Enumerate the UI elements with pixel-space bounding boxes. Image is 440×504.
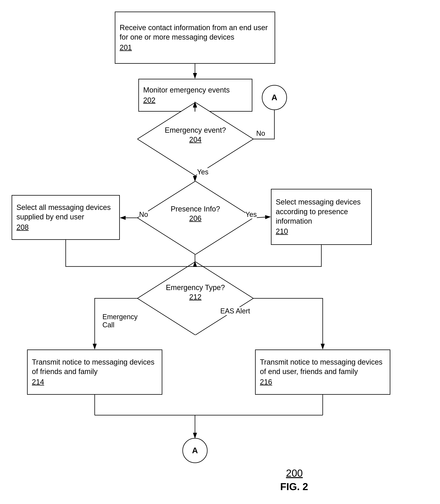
label-no-206: No xyxy=(139,211,148,219)
box-214: Transmit notice to messaging devices of … xyxy=(27,349,162,395)
box-210-text: Select messaging devices according to pr… xyxy=(276,197,367,226)
label-emergency-call: Emergency Call xyxy=(102,313,138,329)
box-216-text: Transmit notice to messaging devices of … xyxy=(260,358,385,377)
label-yes-204: Yes xyxy=(197,168,208,176)
svg-marker-14 xyxy=(138,102,253,176)
label-no-204: No xyxy=(256,129,265,137)
diamond-206-shape xyxy=(138,181,253,254)
diamond-206: Presence Info? 206 xyxy=(138,181,253,254)
label-yes-206: Yes xyxy=(245,211,257,219)
box-202-text: Monitor emergency events xyxy=(143,85,230,95)
box-214-ref: 214 xyxy=(32,377,44,387)
svg-marker-16 xyxy=(138,262,253,335)
diamond-212-shape xyxy=(138,262,253,335)
label-eas-alert: EAS Alert xyxy=(220,307,250,315)
box-201: Receive contact information from an end … xyxy=(115,12,275,64)
box-214-text: Transmit notice to messaging devices of … xyxy=(32,358,157,377)
box-210-ref: 210 xyxy=(276,227,288,236)
box-208-text: Select all messaging devices supplied by… xyxy=(16,203,115,222)
diamond-204: Emergency event? 204 xyxy=(138,102,253,176)
box-216: Transmit notice to messaging devices of … xyxy=(255,349,390,395)
connector-a-top: A xyxy=(262,85,287,110)
box-201-ref: 201 xyxy=(120,43,132,52)
diamond-212: Emergency Type? 212 xyxy=(138,262,253,335)
figure-number: 200 xyxy=(286,467,303,479)
diamond-204-shape xyxy=(138,102,253,176)
flowchart-diagram: Receive contact information from an end … xyxy=(0,0,440,504)
box-201-text: Receive contact information from an end … xyxy=(120,23,270,42)
connector-a-bottom: A xyxy=(182,438,207,463)
box-216-ref: 216 xyxy=(260,377,272,387)
figure-caption: FIG. 2 xyxy=(280,481,308,492)
box-208-ref: 208 xyxy=(16,223,28,232)
box-210: Select messaging devices according to pr… xyxy=(271,189,372,245)
svg-marker-15 xyxy=(138,181,253,254)
box-208: Select all messaging devices supplied by… xyxy=(12,195,120,240)
